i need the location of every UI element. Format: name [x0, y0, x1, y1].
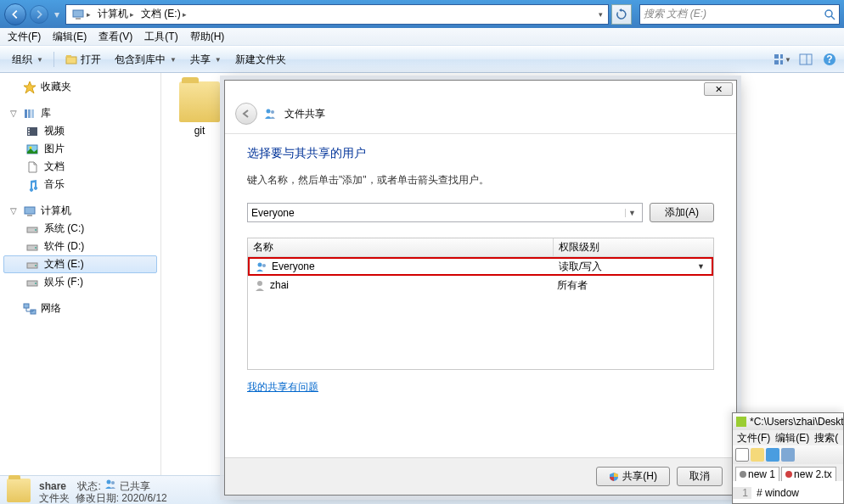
- address-bar[interactable]: ▸ 计算机▸ 文档 (E:)▸ ▾: [65, 4, 609, 25]
- breadcrumb-seg-computer[interactable]: 计算机▸: [94, 5, 138, 24]
- column-header-permission[interactable]: 权限级别: [554, 240, 713, 255]
- app-icon: [736, 417, 746, 427]
- menu-file[interactable]: 文件(F): [2, 28, 47, 46]
- organize-button[interactable]: 组织▼: [5, 50, 50, 70]
- svg-point-19: [28, 131, 30, 132]
- menu-tools[interactable]: 工具(T): [138, 28, 183, 46]
- svg-rect-16: [31, 109, 34, 118]
- users-icon: [255, 260, 268, 273]
- include-in-library-button[interactable]: 包含到库中▼: [108, 50, 183, 70]
- svg-point-28: [35, 247, 37, 249]
- open-file-icon[interactable]: [751, 448, 764, 462]
- editor-menu-file[interactable]: 文件(F): [734, 431, 773, 445]
- sidebar-network[interactable]: 网络: [0, 300, 160, 317]
- svg-rect-0: [73, 10, 83, 17]
- cancel-button[interactable]: 取消: [677, 467, 723, 486]
- breadcrumb-seg-drive[interactable]: 文档 (E:)▸: [138, 5, 190, 24]
- dialog-back-button[interactable]: [235, 103, 257, 125]
- nav-back-button[interactable]: [4, 3, 26, 25]
- close-button[interactable]: ✕: [704, 82, 733, 96]
- table-row[interactable]: zhai 所有者: [248, 276, 713, 294]
- table-row[interactable]: Everyone 读取/写入▼: [248, 257, 713, 276]
- sidebar-drive-c[interactable]: 系统 (C:): [0, 220, 160, 238]
- window-nav-bar: ▾ ▸ 计算机▸ 文档 (E:)▸ ▾ 搜索 文档 (E:): [0, 0, 844, 28]
- editor-menu-bar: 文件(F) 编辑(E) 搜索(: [733, 430, 843, 445]
- chevron-down-icon[interactable]: ▼: [625, 209, 639, 217]
- view-options-button[interactable]: ▼: [773, 50, 791, 69]
- preview-pane-button[interactable]: [796, 50, 815, 69]
- editor-tab[interactable]: new 2.tx: [781, 467, 836, 481]
- menu-edit[interactable]: 编辑(E): [47, 28, 93, 46]
- share-button[interactable]: 共享(H): [596, 467, 670, 486]
- file-sharing-dialog: ✕ 文件共享 选择要与其共享的用户 键入名称，然后单击"添加"，或者单击箭头查找…: [224, 80, 737, 496]
- share-with-button[interactable]: 共享▼: [183, 50, 228, 70]
- status-type: 文件夹: [39, 492, 70, 504]
- menu-view[interactable]: 查看(V): [93, 28, 138, 46]
- svg-text:?: ?: [826, 53, 832, 65]
- svg-point-20: [28, 133, 30, 135]
- svg-point-38: [107, 479, 111, 484]
- svg-point-39: [111, 481, 115, 484]
- svg-point-26: [35, 229, 37, 231]
- breadcrumb-dropdown[interactable]: ▾: [595, 5, 606, 24]
- search-icon[interactable]: [824, 8, 836, 20]
- breadcrumb-computer-icon[interactable]: ▸: [68, 5, 94, 24]
- svg-rect-9: [780, 60, 783, 64]
- dialog-subtitle: 键入名称，然后单击"添加"，或者单击箭头查找用户。: [247, 173, 714, 188]
- editor-menu-edit[interactable]: 编辑(E): [773, 431, 812, 445]
- sidebar-drive-d[interactable]: 软件 (D:): [0, 238, 160, 255]
- open-button[interactable]: 打开: [58, 50, 108, 70]
- svg-line-3: [831, 16, 835, 20]
- svg-point-42: [258, 263, 262, 267]
- user-combobox[interactable]: Everyone ▼: [247, 203, 643, 222]
- sidebar-libraries[interactable]: ▽库: [0, 104, 160, 122]
- editor-menu-search[interactable]: 搜索(: [812, 431, 841, 445]
- editor-tab[interactable]: new 1: [735, 467, 779, 481]
- users-icon: [104, 477, 117, 490]
- svg-rect-14: [25, 109, 27, 118]
- line-number: 1: [733, 487, 751, 499]
- svg-rect-15: [28, 109, 31, 118]
- nav-history-dropdown[interactable]: ▾: [52, 7, 62, 22]
- sidebar-computer[interactable]: ▽计算机: [0, 202, 160, 220]
- sidebar-item-documents[interactable]: 文档: [0, 158, 160, 176]
- user-icon: [253, 278, 267, 292]
- sidebar-item-videos[interactable]: 视频: [0, 122, 160, 140]
- svg-rect-7: [780, 54, 783, 59]
- svg-rect-45: [736, 417, 746, 427]
- editor-tabs: new 1 new 2.tx: [733, 464, 843, 481]
- svg-rect-24: [27, 215, 32, 216]
- new-file-icon[interactable]: [735, 448, 749, 462]
- editor-title-bar[interactable]: *C:\Users\zhai\Deskt: [733, 413, 843, 430]
- new-folder-button[interactable]: 新建文件夹: [228, 50, 293, 70]
- save-icon[interactable]: [766, 448, 779, 462]
- column-header-name[interactable]: 名称: [248, 238, 554, 256]
- folder-icon: [7, 479, 31, 502]
- search-placeholder: 搜索 文档 (E:): [644, 7, 706, 21]
- svg-point-43: [262, 264, 266, 267]
- menu-help[interactable]: 帮助(H): [184, 28, 231, 46]
- sidebar-item-music[interactable]: 音乐: [0, 176, 160, 193]
- sidebar-drive-e[interactable]: 文档 (E:): [3, 255, 157, 273]
- svg-rect-23: [25, 207, 35, 214]
- unsaved-dot-icon: [785, 471, 792, 478]
- refresh-button[interactable]: [611, 4, 632, 25]
- library-icon: [23, 107, 37, 120]
- folder-label: git: [174, 125, 225, 137]
- editor-toolbar: [733, 445, 843, 464]
- svg-rect-4: [66, 57, 76, 64]
- code-content: # window: [751, 487, 799, 499]
- save-all-icon[interactable]: [781, 448, 795, 462]
- search-input[interactable]: 搜索 文档 (E:): [639, 4, 840, 25]
- sidebar-item-pictures[interactable]: 图片: [0, 140, 160, 158]
- sidebar-favorites[interactable]: 收藏夹: [0, 78, 160, 96]
- sidebar-drive-f[interactable]: 娱乐 (F:): [0, 273, 160, 291]
- troubleshoot-link[interactable]: 我的共享有问题: [247, 380, 318, 395]
- permission-dropdown[interactable]: ▼: [697, 262, 705, 271]
- editor-body[interactable]: 1 # window: [733, 481, 843, 504]
- add-button[interactable]: 添加(A): [650, 203, 714, 222]
- folder-git[interactable]: git: [174, 81, 225, 137]
- svg-point-18: [28, 128, 30, 130]
- nav-forward-button[interactable]: [30, 5, 48, 24]
- help-button[interactable]: ?: [820, 50, 839, 69]
